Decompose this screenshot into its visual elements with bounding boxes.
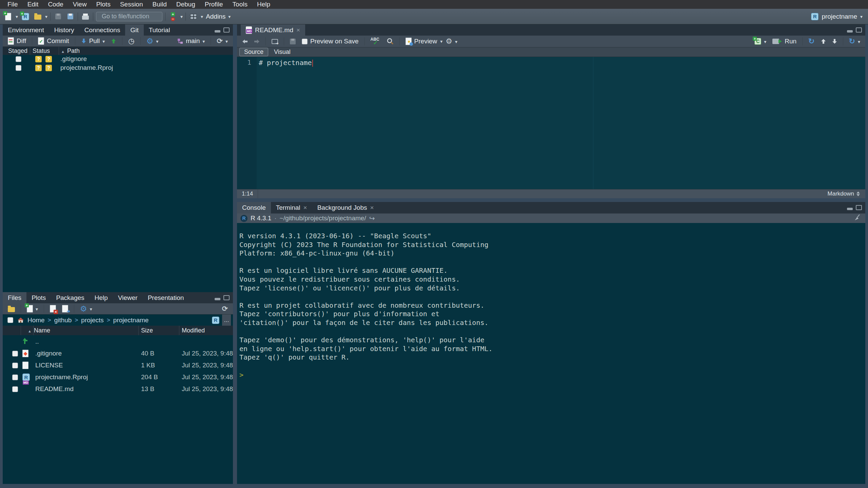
tab-git[interactable]: Git (125, 24, 143, 36)
working-directory[interactable]: ~/github/projects/projectname/ (280, 215, 366, 222)
print-icon[interactable] (81, 12, 90, 21)
goto-file-search[interactable] (96, 12, 162, 21)
console-prompt[interactable]: > (239, 371, 865, 380)
clear-console-icon[interactable] (854, 214, 862, 223)
breadcrumb-projects[interactable]: projects (81, 317, 104, 324)
git-refresh-button[interactable] (214, 36, 231, 46)
project-selector[interactable]: projectname (811, 13, 865, 20)
files-header-size[interactable]: Size (141, 326, 153, 335)
save-document-button[interactable] (287, 36, 299, 47)
menu-help[interactable]: Help (252, 0, 275, 9)
file-row-rproj[interactable]: projectname.Rproj 204 B Jul 25, 2023, 9:… (3, 372, 233, 384)
delete-file-button[interactable] (47, 303, 59, 314)
commit-button[interactable]: Commit (35, 36, 72, 46)
history-button[interactable] (125, 36, 137, 46)
tab-packages[interactable]: Packages (51, 292, 89, 303)
source-button[interactable] (846, 36, 863, 47)
version-control-icon[interactable] (168, 12, 178, 21)
git-header-status[interactable]: Status (33, 47, 50, 55)
editor-tab-readme[interactable]: README.md (241, 24, 305, 36)
run-previous-button[interactable] (818, 36, 829, 47)
new-file-icon[interactable] (3, 12, 13, 21)
tab-help[interactable]: Help (90, 292, 113, 303)
breadcrumb-projectname[interactable]: projectname (113, 317, 149, 324)
menu-session[interactable]: Session (115, 0, 148, 9)
tab-environment[interactable]: Environment (3, 24, 49, 36)
run-next-button[interactable] (829, 36, 840, 47)
file-row-license[interactable]: LICENSE 1 KB Jul 25, 2023, 9:48 (3, 360, 233, 372)
menu-edit[interactable]: Edit (23, 0, 43, 9)
tab-viewer[interactable]: Viewer (113, 292, 143, 303)
insert-chunk-button[interactable] (751, 36, 769, 47)
run-button[interactable]: Run (769, 36, 800, 47)
pull-button[interactable]: Pull (78, 36, 108, 46)
mode-source-button[interactable]: Source (239, 48, 268, 56)
file-checkbox[interactable] (12, 374, 18, 380)
file-row-readme[interactable]: README.md 13 B Jul 25, 2023, 9:48 (3, 384, 233, 395)
tab-console[interactable]: Console (237, 202, 271, 214)
open-recent-dropdown-icon[interactable] (45, 14, 47, 20)
file-checkbox[interactable] (12, 351, 18, 357)
project-root-icon[interactable] (212, 317, 219, 324)
git-more-button[interactable] (143, 36, 162, 46)
save-all-icon[interactable] (65, 12, 75, 21)
diff-button[interactable]: Diff (5, 36, 29, 46)
menu-plots[interactable]: Plots (92, 0, 115, 9)
tab-tutorial[interactable]: Tutorial (144, 24, 175, 36)
pane-layout-dropdown-icon[interactable] (201, 14, 203, 20)
tab-connections[interactable]: Connections (79, 24, 125, 36)
menu-code[interactable]: Code (43, 0, 68, 9)
breadcrumb-github[interactable]: github (54, 317, 72, 324)
open-file-icon[interactable] (33, 12, 42, 21)
new-folder-button[interactable] (5, 303, 18, 314)
files-more-button[interactable] (77, 303, 95, 314)
select-all-checkbox[interactable] (7, 317, 13, 323)
new-project-icon[interactable] (21, 12, 30, 21)
mode-visual-button[interactable]: Visual (270, 48, 295, 56)
code-line-1[interactable]: # projectname (259, 58, 313, 67)
branch-selector[interactable]: main (174, 36, 208, 46)
maximize-pane-icon[interactable] (856, 27, 862, 33)
editor-settings-button[interactable] (442, 36, 460, 47)
git-row-rproj[interactable]: ? ? projectname.Rproj (3, 64, 233, 73)
menu-tools[interactable]: Tools (228, 0, 252, 9)
git-row-gitignore[interactable]: ? ? .gitignore (3, 55, 233, 64)
push-button[interactable] (108, 36, 119, 46)
menu-build[interactable]: Build (148, 0, 172, 9)
save-icon[interactable] (53, 12, 63, 21)
file-checkbox[interactable] (12, 386, 18, 392)
files-header-name[interactable]: Name (28, 326, 50, 336)
back-button[interactable] (239, 36, 251, 47)
stage-checkbox[interactable] (16, 56, 21, 62)
r-version[interactable]: R 4.3.1 (251, 215, 271, 222)
close-tab-icon[interactable] (367, 204, 374, 211)
go-to-directory-button[interactable]: ... (222, 314, 231, 326)
rerun-button[interactable] (805, 36, 817, 47)
maximize-pane-icon[interactable] (856, 205, 862, 210)
addins-button[interactable]: Addins (206, 13, 225, 20)
home-icon[interactable] (17, 317, 24, 323)
popout-button[interactable] (269, 36, 281, 47)
files-header-modified[interactable]: Modified (182, 326, 205, 335)
close-tab-icon[interactable] (293, 26, 300, 34)
copy-file-button[interactable] (59, 303, 71, 314)
tab-background-jobs[interactable]: Background Jobs (312, 202, 379, 214)
goto-directory-icon[interactable] (369, 214, 375, 222)
stage-checkbox[interactable] (16, 65, 21, 71)
editor-content[interactable]: 1 # projectname (237, 57, 865, 189)
git-header-path[interactable]: Path (61, 47, 80, 56)
new-file-dropdown-icon[interactable] (16, 14, 18, 20)
git-header-staged[interactable]: Staged (8, 47, 27, 55)
file-checkbox[interactable] (12, 363, 18, 368)
pane-layout-icon[interactable] (189, 12, 198, 21)
minimize-pane-icon[interactable] (215, 296, 220, 300)
file-row-gitignore[interactable]: .gitignore 40 B Jul 25, 2023, 9:48 (3, 348, 233, 360)
find-replace-button[interactable] (384, 36, 397, 47)
spellcheck-button[interactable] (368, 36, 384, 47)
addins-dropdown-icon[interactable] (228, 14, 231, 20)
file-row-parent[interactable]: .. (3, 336, 233, 348)
preview-dropdown-icon[interactable] (440, 38, 442, 44)
tab-plots[interactable]: Plots (26, 292, 51, 303)
files-refresh-button[interactable] (219, 303, 231, 314)
version-control-dropdown-icon[interactable] (180, 14, 183, 20)
